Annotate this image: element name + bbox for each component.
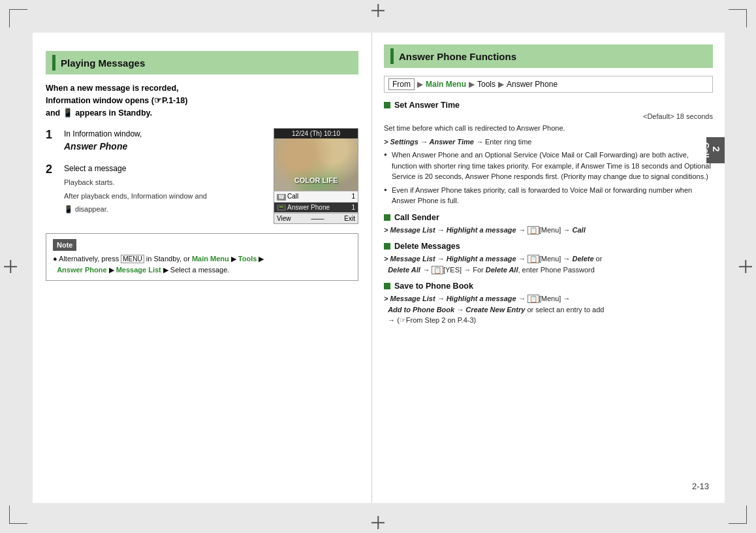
phone-bottom-bar: View —— Exit <box>274 213 358 223</box>
phone-image: COLOR LIFE <box>274 138 358 191</box>
corner-br <box>729 506 747 524</box>
breadcrumb-main-menu: Main Menu <box>426 80 466 89</box>
set-answer-time-header: Set Answer Time <box>384 101 713 110</box>
crosshair-right <box>739 260 752 273</box>
phone-list-item-answer: 📟Answer Phone 1 <box>274 202 358 213</box>
breadcrumb-answer-phone: Answer Phone <box>507 80 558 89</box>
save-phone-book-bar <box>384 283 390 289</box>
color-life-text: COLOR LIFE <box>294 176 338 184</box>
chapter-label: Call <box>701 142 711 158</box>
step-1-num: 1 <box>46 128 59 142</box>
step-2-content: Select a message Playback starts. After … <box>64 163 207 215</box>
phone-datetime: 12/24 (Th) 10:10 <box>274 129 358 138</box>
corner-bl <box>9 506 27 524</box>
call-sender-title: Call Sender <box>394 213 439 222</box>
note-message-list-link: Message List <box>116 266 161 274</box>
save-phone-book-title: Save to Phone Book <box>394 282 473 291</box>
page-number: 2-13 <box>692 481 709 491</box>
chapter-tab: 2 Call <box>706 137 725 163</box>
note-answer-phone-link: Answer Phone <box>57 266 106 274</box>
bullet-2: Even if Answer Phone takes priority, cal… <box>384 185 713 206</box>
call-icon: ☎ <box>277 194 286 201</box>
step-2-main: Select a message <box>64 163 207 174</box>
intro-text: When a new message is recorded, Informat… <box>46 82 358 119</box>
breadcrumb-arrow1: ▶ <box>417 80 423 89</box>
subsection-call-sender: Call Sender > Message List → Highlight a… <box>384 213 713 236</box>
crosshair-bottom <box>371 516 385 529</box>
steps-area: 1 In Information window, Answer Phone 2 … <box>46 128 358 224</box>
step-1-main: In Information window, <box>64 128 142 140</box>
call-sender-path: > Message List → Highlight a message → 📋… <box>384 225 713 236</box>
delete-messages-header: Delete Messages <box>384 242 713 251</box>
call-sender-header: Call Sender <box>384 213 713 222</box>
right-section-header: Answer Phone Functions <box>384 44 713 68</box>
page-container: Playing Messages When a new message is r… <box>33 33 725 503</box>
phone-mid-btn: —— <box>311 215 324 222</box>
crosshair-left <box>4 260 17 273</box>
breadcrumb-arrow3: ▶ <box>498 80 504 89</box>
phone-mockup: 12/24 (Th) 10:10 COLOR LIFE ☎Call 1 📟Ans… <box>274 128 358 224</box>
set-answer-time-body: Set time before which call is redirected… <box>384 123 713 134</box>
yes-icon-delete: 📋 <box>432 266 443 274</box>
step-1: 1 In Information window, Answer Phone <box>46 128 267 153</box>
delete-messages-bar <box>384 243 390 250</box>
left-section-header: Playing Messages <box>46 51 358 74</box>
breadcrumb-from: From <box>388 78 415 90</box>
note-label: Note <box>53 239 76 251</box>
note-tools-link: Tools <box>238 255 257 263</box>
set-answer-time-title: Set Answer Time <box>394 101 460 110</box>
right-section-title: Answer Phone Functions <box>399 51 516 62</box>
phone-exit-btn: Exit <box>344 215 355 222</box>
note-box: Note ● Alternatively, press MENU in Stan… <box>46 233 358 282</box>
bullet-1: When Answer Phone and an Optional Servic… <box>384 150 713 182</box>
breadcrumb-arrow2: ▶ <box>469 80 475 89</box>
subsection-delete-messages: Delete Messages > Message List → Highlig… <box>384 242 713 275</box>
save-phone-book-header: Save to Phone Book <box>384 282 713 291</box>
call-sender-bar <box>384 214 390 221</box>
menu-icon-call: 📋 <box>528 226 539 234</box>
step-1-content: In Information window, Answer Phone <box>64 128 142 153</box>
set-answer-time-bar <box>384 102 390 108</box>
phone-list: ☎Call 1 📟Answer Phone 1 <box>274 191 358 213</box>
menu-icon-delete: 📋 <box>528 255 539 263</box>
step-2-sub1: Playback starts. <box>64 177 207 188</box>
step-2: 2 Select a message Playback starts. Afte… <box>46 163 267 215</box>
chapter-number: 2 <box>711 146 722 152</box>
answer-icon: 📟 <box>277 204 286 211</box>
step-2-sub2: After playback ends, Information window … <box>64 191 207 202</box>
subsection-save-to-phone-book: Save to Phone Book > Message List → High… <box>384 282 713 326</box>
subsection-set-answer-time: Set Answer Time <Default> 18 seconds Set… <box>384 101 713 206</box>
delete-messages-path: > Message List → Highlight a message → 📋… <box>384 253 713 275</box>
breadcrumb-tools: Tools <box>477 80 496 89</box>
crosshair-top <box>371 4 385 17</box>
corner-tr <box>729 9 747 27</box>
note-main-menu-link: Main Menu <box>192 255 229 263</box>
menu-icon-save: 📋 <box>528 295 539 303</box>
save-phone-book-path: > Message List → Highlight a message → 📋… <box>384 293 713 326</box>
corner-tl <box>9 9 27 27</box>
set-answer-time-path: > Settings → Answer Time → Enter ring ti… <box>384 137 713 148</box>
step-1-title: Answer Phone <box>64 140 142 153</box>
right-column: Answer Phone Functions From ▶ Main Menu … <box>372 33 725 503</box>
phone-list-item-call: ☎Call 1 <box>274 191 358 202</box>
default-value: <Default> 18 seconds <box>384 112 713 120</box>
steps-text: 1 In Information window, Answer Phone 2 … <box>46 128 267 224</box>
breadcrumb: From ▶ Main Menu ▶ Tools ▶ Answer Phone <box>384 76 713 93</box>
right-section-bar <box>390 48 394 64</box>
phone-view-btn: View <box>277 215 291 222</box>
section-bar <box>52 55 55 71</box>
step-2-num: 2 <box>46 163 59 177</box>
left-column: Playing Messages When a new message is r… <box>33 33 372 503</box>
delete-messages-title: Delete Messages <box>394 242 460 251</box>
menu-button-icon: MENU <box>121 255 144 263</box>
step-2-sub3: 📱 disappear. <box>64 204 207 215</box>
note-text: ● Alternatively, press MENU in Standby, … <box>53 253 351 275</box>
left-section-title: Playing Messages <box>61 57 145 69</box>
